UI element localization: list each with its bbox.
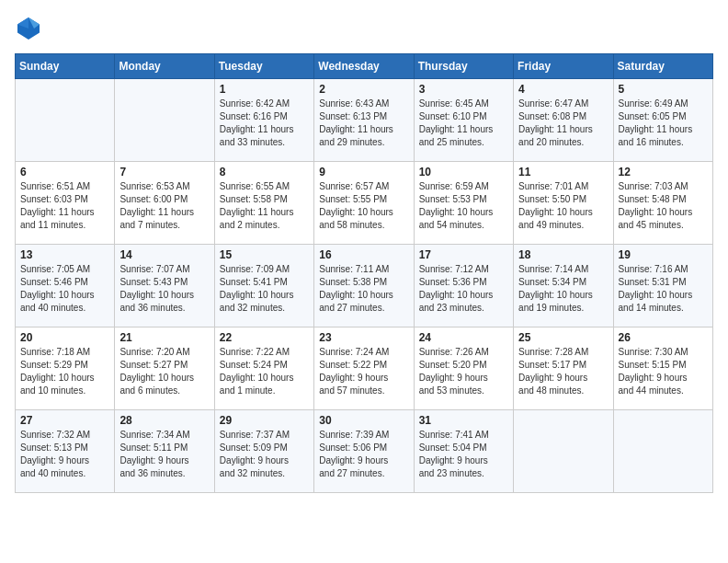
calendar-cell: 16Sunrise: 7:11 AM Sunset: 5:38 PM Dayli… (314, 245, 414, 327)
day-details: Sunrise: 7:14 AM Sunset: 5:34 PM Dayligh… (518, 263, 608, 315)
calendar-week-5: 27Sunrise: 7:32 AM Sunset: 5:13 PM Dayli… (16, 410, 713, 493)
day-details: Sunrise: 7:30 AM Sunset: 5:15 PM Dayligh… (619, 346, 708, 397)
day-number: 15 (220, 248, 309, 261)
calendar-cell: 1Sunrise: 6:42 AM Sunset: 6:16 PM Daylig… (214, 79, 313, 162)
header-thursday: Thursday (414, 54, 513, 79)
calendar-cell: 5Sunrise: 6:49 AM Sunset: 6:05 PM Daylig… (613, 79, 712, 162)
calendar-cell: 30Sunrise: 7:39 AM Sunset: 5:06 PM Dayli… (314, 410, 414, 493)
calendar-cell: 15Sunrise: 7:09 AM Sunset: 5:41 PM Dayli… (214, 245, 313, 327)
header-tuesday: Tuesday (214, 54, 313, 79)
calendar-cell: 17Sunrise: 7:12 AM Sunset: 5:36 PM Dayli… (414, 245, 513, 327)
header-row: Sunday Monday Tuesday Wednesday Thursday… (16, 54, 713, 79)
day-number: 2 (319, 83, 408, 96)
calendar-cell: 31Sunrise: 7:41 AM Sunset: 5:04 PM Dayli… (414, 410, 513, 493)
day-number: 23 (319, 331, 408, 344)
logo-icon (15, 15, 42, 42)
calendar-cell: 18Sunrise: 7:14 AM Sunset: 5:34 PM Dayli… (514, 245, 613, 327)
calendar-cell: 13Sunrise: 7:05 AM Sunset: 5:46 PM Dayli… (16, 245, 115, 327)
calendar-cell: 25Sunrise: 7:28 AM Sunset: 5:17 PM Dayli… (514, 327, 613, 410)
calendar-cell: 21Sunrise: 7:20 AM Sunset: 5:27 PM Dayli… (115, 327, 214, 410)
calendar-cell: 7Sunrise: 6:53 AM Sunset: 6:00 PM Daylig… (115, 162, 214, 245)
day-number: 21 (119, 331, 209, 344)
day-number: 5 (619, 83, 708, 96)
day-details: Sunrise: 7:20 AM Sunset: 5:27 PM Dayligh… (119, 346, 209, 397)
day-number: 18 (518, 248, 608, 261)
day-number: 25 (518, 331, 608, 344)
calendar-cell: 24Sunrise: 7:26 AM Sunset: 5:20 PM Dayli… (414, 327, 513, 410)
day-details: Sunrise: 7:37 AM Sunset: 5:09 PM Dayligh… (220, 429, 309, 480)
day-details: Sunrise: 7:09 AM Sunset: 5:41 PM Dayligh… (220, 263, 309, 315)
day-details: Sunrise: 7:22 AM Sunset: 5:24 PM Dayligh… (220, 346, 309, 397)
day-number: 6 (20, 166, 109, 178)
day-details: Sunrise: 7:05 AM Sunset: 5:46 PM Dayligh… (20, 263, 109, 315)
calendar-cell: 4Sunrise: 6:47 AM Sunset: 6:08 PM Daylig… (514, 79, 613, 162)
calendar-table: Sunday Monday Tuesday Wednesday Thursday… (15, 53, 713, 493)
calendar-cell: 3Sunrise: 6:45 AM Sunset: 6:10 PM Daylig… (414, 79, 513, 162)
day-details: Sunrise: 6:47 AM Sunset: 6:08 PM Dayligh… (518, 98, 608, 149)
day-details: Sunrise: 7:26 AM Sunset: 5:20 PM Dayligh… (419, 346, 508, 397)
day-details: Sunrise: 7:03 AM Sunset: 5:48 PM Dayligh… (619, 180, 708, 232)
day-details: Sunrise: 6:43 AM Sunset: 6:13 PM Dayligh… (319, 98, 408, 149)
page-header (15, 15, 713, 42)
day-number: 16 (319, 248, 408, 261)
header-saturday: Saturday (613, 54, 712, 79)
calendar-cell (16, 79, 115, 162)
calendar-cell: 26Sunrise: 7:30 AM Sunset: 5:15 PM Dayli… (613, 327, 712, 410)
header-sunday: Sunday (16, 54, 115, 79)
day-number: 1 (220, 83, 309, 96)
calendar-cell: 29Sunrise: 7:37 AM Sunset: 5:09 PM Dayli… (214, 410, 313, 493)
day-details: Sunrise: 7:07 AM Sunset: 5:43 PM Dayligh… (119, 263, 209, 315)
day-number: 28 (119, 414, 209, 427)
day-details: Sunrise: 6:42 AM Sunset: 6:16 PM Dayligh… (220, 98, 309, 149)
day-details: Sunrise: 6:51 AM Sunset: 6:03 PM Dayligh… (20, 180, 109, 232)
day-number: 4 (518, 83, 608, 96)
day-number: 8 (220, 166, 309, 178)
day-details: Sunrise: 6:45 AM Sunset: 6:10 PM Dayligh… (419, 98, 508, 149)
calendar-cell (613, 410, 712, 493)
day-details: Sunrise: 7:39 AM Sunset: 5:06 PM Dayligh… (319, 429, 408, 480)
day-details: Sunrise: 7:18 AM Sunset: 5:29 PM Dayligh… (20, 346, 109, 397)
day-number: 20 (20, 331, 109, 344)
calendar-cell: 28Sunrise: 7:34 AM Sunset: 5:11 PM Dayli… (115, 410, 214, 493)
day-details: Sunrise: 6:55 AM Sunset: 5:58 PM Dayligh… (220, 180, 309, 232)
day-number: 31 (419, 414, 508, 427)
calendar-cell: 11Sunrise: 7:01 AM Sunset: 5:50 PM Dayli… (514, 162, 613, 245)
calendar-cell: 20Sunrise: 7:18 AM Sunset: 5:29 PM Dayli… (16, 327, 115, 410)
header-monday: Monday (115, 54, 214, 79)
day-number: 26 (619, 331, 708, 344)
day-details: Sunrise: 6:53 AM Sunset: 6:00 PM Dayligh… (119, 180, 209, 232)
day-details: Sunrise: 7:34 AM Sunset: 5:11 PM Dayligh… (119, 429, 209, 480)
day-number: 24 (419, 331, 508, 344)
calendar-cell: 8Sunrise: 6:55 AM Sunset: 5:58 PM Daylig… (214, 162, 313, 245)
day-details: Sunrise: 7:28 AM Sunset: 5:17 PM Dayligh… (518, 346, 608, 397)
day-number: 14 (119, 248, 209, 261)
day-details: Sunrise: 7:16 AM Sunset: 5:31 PM Dayligh… (619, 263, 708, 315)
day-details: Sunrise: 6:57 AM Sunset: 5:55 PM Dayligh… (319, 180, 408, 232)
day-number: 22 (220, 331, 309, 344)
calendar-cell: 10Sunrise: 6:59 AM Sunset: 5:53 PM Dayli… (414, 162, 513, 245)
calendar-cell: 22Sunrise: 7:22 AM Sunset: 5:24 PM Dayli… (214, 327, 313, 410)
day-details: Sunrise: 6:59 AM Sunset: 5:53 PM Dayligh… (419, 180, 508, 232)
day-details: Sunrise: 7:12 AM Sunset: 5:36 PM Dayligh… (419, 263, 508, 315)
calendar-cell: 14Sunrise: 7:07 AM Sunset: 5:43 PM Dayli… (115, 245, 214, 327)
day-details: Sunrise: 7:11 AM Sunset: 5:38 PM Dayligh… (319, 263, 408, 315)
day-number: 11 (518, 166, 608, 178)
day-details: Sunrise: 7:01 AM Sunset: 5:50 PM Dayligh… (518, 180, 608, 232)
day-number: 12 (619, 166, 708, 178)
calendar-cell (514, 410, 613, 493)
day-number: 13 (20, 248, 109, 261)
calendar-cell: 6Sunrise: 6:51 AM Sunset: 6:03 PM Daylig… (16, 162, 115, 245)
calendar-week-3: 13Sunrise: 7:05 AM Sunset: 5:46 PM Dayli… (16, 245, 713, 327)
day-details: Sunrise: 7:24 AM Sunset: 5:22 PM Dayligh… (319, 346, 408, 397)
calendar-cell: 2Sunrise: 6:43 AM Sunset: 6:13 PM Daylig… (314, 79, 414, 162)
day-number: 10 (419, 166, 508, 178)
day-details: Sunrise: 7:41 AM Sunset: 5:04 PM Dayligh… (419, 429, 508, 480)
day-number: 3 (419, 83, 508, 96)
calendar-cell: 23Sunrise: 7:24 AM Sunset: 5:22 PM Dayli… (314, 327, 414, 410)
day-number: 7 (119, 166, 209, 178)
day-number: 17 (419, 248, 508, 261)
day-number: 19 (619, 248, 708, 261)
day-number: 27 (20, 414, 109, 427)
calendar-cell: 12Sunrise: 7:03 AM Sunset: 5:48 PM Dayli… (613, 162, 712, 245)
calendar-week-4: 20Sunrise: 7:18 AM Sunset: 5:29 PM Dayli… (16, 327, 713, 410)
